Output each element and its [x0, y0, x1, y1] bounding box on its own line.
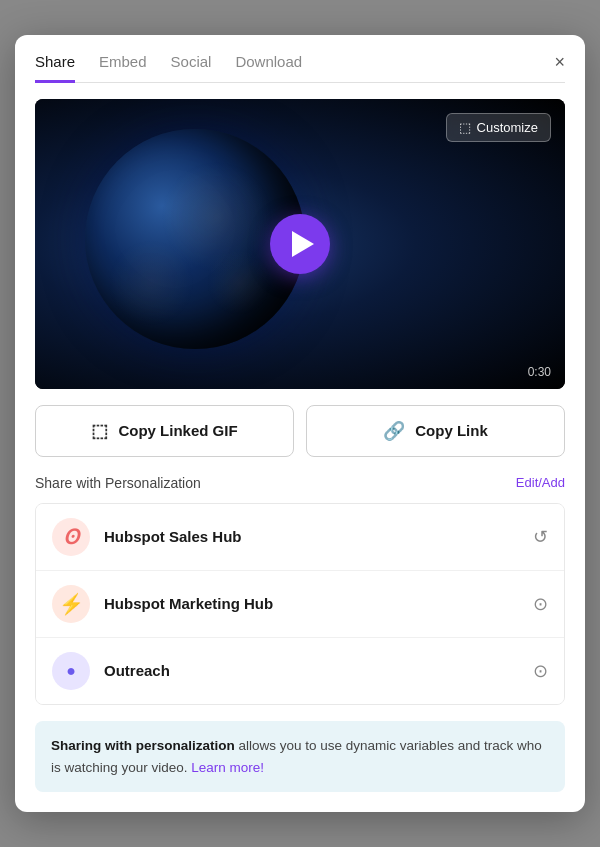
action-buttons: ⬚ Copy Linked GIF 🔗 Copy Link: [35, 405, 565, 457]
tab-bar: Share Embed Social Download: [35, 53, 565, 83]
personalization-title: Share with Personalization: [35, 475, 201, 491]
link-icon: 🔗: [383, 420, 405, 442]
tab-social[interactable]: Social: [171, 53, 212, 83]
outreach-logo: ●: [52, 652, 90, 690]
modal-header: × Share Embed Social Download: [15, 35, 585, 83]
outreach-settings-icon[interactable]: ⊙: [533, 660, 548, 682]
integration-item-hubspot-marketing: ⚡ Hubspot Marketing Hub ⊙: [36, 571, 564, 638]
hubspot-sales-icon: ʘ: [63, 525, 79, 549]
share-modal: × Share Embed Social Download ⬚ Customiz…: [15, 35, 585, 812]
integration-list: ʘ Hubspot Sales Hub ↺ ⚡ Hubspot Marketin…: [35, 503, 565, 705]
tab-embed[interactable]: Embed: [99, 53, 147, 83]
edit-add-link[interactable]: Edit/Add: [516, 475, 565, 490]
customize-button[interactable]: ⬚ Customize: [446, 113, 551, 142]
copy-link-label: Copy Link: [415, 422, 488, 439]
play-button[interactable]: [270, 214, 330, 274]
tab-share[interactable]: Share: [35, 53, 75, 83]
close-button[interactable]: ×: [550, 49, 569, 75]
copy-gif-button[interactable]: ⬚ Copy Linked GIF: [35, 405, 294, 457]
customize-icon: ⬚: [459, 120, 471, 135]
tab-download[interactable]: Download: [235, 53, 302, 83]
info-box: Sharing with personalization allows you …: [35, 721, 565, 792]
hubspot-marketing-settings-icon[interactable]: ⊙: [533, 593, 548, 615]
hubspot-marketing-icon: ⚡: [59, 592, 84, 616]
modal-body: ⬚ Customize 0:30 ⬚ Copy Linked GIF 🔗 Cop…: [15, 83, 585, 812]
video-player: ⬚ Customize 0:30: [35, 99, 565, 389]
customize-label: Customize: [477, 120, 538, 135]
integration-item-outreach: ● Outreach ⊙: [36, 638, 564, 704]
hubspot-sales-name: Hubspot Sales Hub: [104, 528, 533, 545]
video-background: ⬚ Customize 0:30: [35, 99, 565, 389]
info-bold-text: Sharing with personalization: [51, 738, 235, 753]
gif-icon: ⬚: [91, 420, 108, 442]
hubspot-marketing-name: Hubspot Marketing Hub: [104, 595, 533, 612]
personalization-header: Share with Personalization Edit/Add: [35, 475, 565, 491]
video-duration: 0:30: [528, 365, 551, 379]
hubspot-sales-settings-icon[interactable]: ↺: [533, 526, 548, 548]
outreach-logo-icon: ●: [66, 662, 76, 680]
hubspot-marketing-logo: ⚡: [52, 585, 90, 623]
outreach-name: Outreach: [104, 662, 533, 679]
copy-gif-label: Copy Linked GIF: [118, 422, 237, 439]
hubspot-sales-logo: ʘ: [52, 518, 90, 556]
play-icon: [292, 231, 314, 257]
learn-more-link[interactable]: Learn more!: [191, 760, 264, 775]
copy-link-button[interactable]: 🔗 Copy Link: [306, 405, 565, 457]
integration-item-hubspot-sales: ʘ Hubspot Sales Hub ↺: [36, 504, 564, 571]
